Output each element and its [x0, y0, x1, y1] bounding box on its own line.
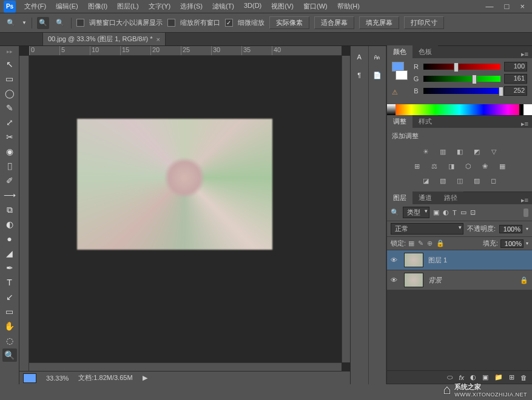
channel-mixer-icon[interactable]: ❀	[480, 161, 491, 171]
print-size-button[interactable]: 打印尺寸	[404, 16, 444, 29]
threshold-icon[interactable]: ◫	[454, 176, 465, 185]
hand-tool[interactable]: ✋	[2, 319, 17, 333]
zoom-tool-icon[interactable]: 🔍	[5, 17, 17, 29]
dropdown-icon[interactable]: ▼	[22, 20, 27, 25]
b-slider[interactable]	[423, 88, 500, 94]
zoom-all-checkbox[interactable]	[167, 19, 175, 27]
para-styles-icon[interactable]: 📄	[371, 69, 383, 81]
document-tab[interactable]: 00.jpg @ 33.3% (图层 1, RGB/8#) * ×	[42, 32, 166, 45]
history-brush-tool[interactable]: ⟶	[2, 188, 17, 202]
scrubby-checkbox[interactable]	[225, 19, 233, 27]
pen-tool[interactable]: ✒	[2, 261, 17, 275]
lock-pixels-icon[interactable]: ✎	[418, 239, 423, 247]
panel-menu-icon[interactable]: ▸≡	[517, 196, 532, 204]
r-value[interactable]: 100	[504, 62, 527, 72]
filter-adj-icon[interactable]: ◐	[443, 208, 449, 216]
eyedropper-tool[interactable]: ✂	[2, 130, 17, 144]
panel-menu-icon[interactable]: ▸≡	[517, 50, 532, 58]
lasso-tool[interactable]: ◯	[2, 87, 17, 100]
stamp-tool[interactable]: ✐	[2, 174, 17, 187]
menu-view[interactable]: 视图(V)	[266, 0, 298, 13]
layer-name[interactable]: 图层 1	[428, 256, 447, 265]
menu-select[interactable]: 选择(S)	[175, 0, 207, 13]
menu-window[interactable]: 窗口(W)	[298, 0, 332, 13]
brightness-icon[interactable]: ☀	[420, 147, 431, 156]
dodge-tool[interactable]: ◢	[2, 247, 17, 260]
actual-pixels-button[interactable]: 实际像素	[269, 16, 309, 29]
shape-tool[interactable]: ▭	[2, 305, 17, 318]
layer-fx-icon[interactable]: fx	[459, 374, 464, 381]
marquee-tool[interactable]: ▭	[2, 72, 17, 85]
opacity-input[interactable]	[499, 225, 522, 233]
layer-item-bg[interactable]: 👁 背景 🔒	[387, 270, 532, 290]
char-styles-icon[interactable]: 🗛	[371, 51, 383, 63]
zoom-in-icon[interactable]: 🔍	[37, 17, 49, 29]
balance-icon[interactable]: ⚖	[429, 161, 440, 171]
selective-color-icon[interactable]: ◻	[488, 176, 499, 185]
tab-swatches[interactable]: 色板	[412, 45, 438, 58]
invert-icon[interactable]: ◪	[420, 176, 431, 185]
move-tool[interactable]: ↖	[2, 58, 17, 71]
levels-icon[interactable]: ▥	[437, 147, 448, 156]
color-spectrum[interactable]	[387, 104, 532, 115]
menu-image[interactable]: 图像(I)	[83, 0, 112, 13]
foreground-swatch[interactable]	[23, 373, 36, 383]
layer-name[interactable]: 背景	[428, 276, 442, 285]
lock-transparency-icon[interactable]: ▦	[408, 239, 414, 247]
lock-all-icon[interactable]: 🔒	[436, 239, 445, 247]
bw-icon[interactable]: ◨	[446, 161, 457, 171]
filter-kind-dropdown[interactable]: 类型	[403, 207, 429, 218]
rotate-tool[interactable]: ◌	[2, 334, 17, 347]
link-layers-icon[interactable]: ⬭	[447, 373, 453, 381]
group-icon[interactable]: 📁	[494, 373, 503, 381]
scrollbar-horizontal[interactable]	[29, 362, 342, 371]
scrollbar-vertical[interactable]	[342, 56, 350, 362]
maximize-icon[interactable]: □	[505, 2, 510, 11]
heal-tool[interactable]: ◉	[2, 145, 17, 158]
tab-styles[interactable]: 样式	[412, 115, 438, 128]
menu-edit[interactable]: 编辑(E)	[51, 0, 83, 13]
path-tool[interactable]: ↙	[2, 290, 17, 304]
zoom-tool[interactable]: 🔍	[2, 348, 17, 362]
delete-layer-icon[interactable]: 🗑	[520, 374, 527, 381]
menu-3d[interactable]: 3D(D)	[239, 0, 266, 13]
fg-bg-swatches[interactable]: ⚠	[392, 62, 408, 98]
filter-pixel-icon[interactable]: ▣	[433, 208, 439, 216]
tab-color[interactable]: 颜色	[387, 45, 412, 58]
blur-tool[interactable]: ●	[2, 232, 17, 245]
brush-tool[interactable]: ⌷	[2, 159, 17, 173]
layer-item-1[interactable]: 👁 图层 1	[387, 250, 532, 270]
r-slider[interactable]	[423, 64, 500, 70]
adjustment-layer-icon[interactable]: ▣	[482, 373, 488, 381]
eraser-tool[interactable]: ⧉	[2, 203, 17, 216]
tab-paths[interactable]: 路径	[438, 192, 463, 204]
menu-type[interactable]: 文字(Y)	[144, 0, 176, 13]
vibrance-icon[interactable]: ▽	[488, 147, 499, 156]
minimize-icon[interactable]: —	[486, 2, 494, 11]
status-arrow-icon[interactable]: ▶	[143, 374, 147, 382]
tab-adjustments[interactable]: 调整	[387, 115, 412, 128]
ruler-horizontal[interactable]: 0 5 10 15 20 25 30 35 40	[29, 46, 342, 56]
filter-search-icon[interactable]: 🔍	[391, 208, 399, 216]
type-tool[interactable]: T	[2, 276, 17, 289]
tab-close-icon[interactable]: ×	[157, 36, 160, 43]
gradient-map-icon[interactable]: ▨	[471, 176, 482, 185]
resize-fit-checkbox[interactable]	[76, 19, 84, 27]
layers-empty-area[interactable]	[387, 290, 532, 370]
zoom-level[interactable]: 33.33%	[46, 375, 69, 382]
photo-filter-icon[interactable]: ⬡	[463, 161, 474, 171]
exposure-icon[interactable]: ◩	[471, 147, 482, 156]
fill-screen-button[interactable]: 填充屏幕	[359, 16, 399, 29]
menu-filter[interactable]: 滤镜(T)	[207, 0, 239, 13]
g-slider[interactable]	[423, 76, 500, 82]
g-value[interactable]: 161	[504, 74, 527, 84]
hue-icon[interactable]: ⊞	[412, 161, 423, 171]
fit-screen-button[interactable]: 适合屏幕	[314, 16, 354, 29]
tab-layers[interactable]: 图层	[387, 192, 412, 204]
crop-tool[interactable]: ⤢	[2, 116, 17, 129]
blend-mode-dropdown[interactable]: 正常	[391, 223, 463, 235]
filter-toggle[interactable]	[524, 208, 528, 217]
background-color-swatch[interactable]	[396, 70, 408, 80]
curves-icon[interactable]: ◧	[454, 147, 465, 156]
layer-thumbnail[interactable]	[404, 253, 423, 267]
